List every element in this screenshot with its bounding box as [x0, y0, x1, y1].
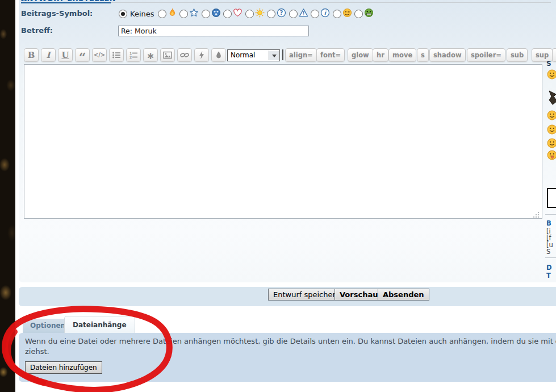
symbol-radio-shocked[interactable]: [202, 10, 210, 18]
droplet-icon: [214, 51, 223, 60]
subject-input[interactable]: [118, 26, 309, 36]
symbol-radio-question[interactable]: [267, 10, 275, 18]
italic-button[interactable]: I: [41, 48, 56, 62]
sidebar-heading-fragment: D: [546, 264, 552, 272]
smirk-smiley-icon: [342, 8, 352, 18]
numbered-list-icon: 12: [129, 51, 138, 60]
submit-button[interactable]: Absenden: [378, 289, 429, 301]
save-draft-button[interactable]: Entwurf speichern: [268, 289, 345, 301]
dark-smiley-icon[interactable]: [547, 90, 556, 107]
svg-text:1: 1: [129, 51, 132, 55]
bold-button[interactable]: B: [24, 48, 39, 62]
post-reply-page: ANTWORT ERSTELLEN Beitrags-Symbol: Keine…: [0, 0, 556, 392]
attachments-description-line1: Wenn du eine Datei oder mehrere Dateien …: [25, 337, 556, 345]
tab-attachments[interactable]: Dateianhänge: [64, 316, 135, 333]
font-button[interactable]: font=: [316, 48, 345, 62]
font-size-select-value: Normal: [231, 51, 255, 59]
smiley-icon[interactable]: [547, 69, 556, 81]
green-grin-icon: [364, 8, 374, 18]
glow-button[interactable]: glow: [348, 48, 373, 62]
smiley-icon[interactable]: [547, 124, 556, 136]
image-icon: [163, 51, 172, 60]
smiley-icon[interactable]: [547, 138, 556, 150]
bullet-list-button[interactable]: [109, 48, 124, 62]
resize-handle[interactable]: [533, 211, 540, 218]
bbcode-status-line: B: [546, 219, 551, 227]
chevron-down-icon: [269, 51, 279, 60]
symbol-radio-star[interactable]: [179, 10, 188, 18]
symbol-radio-green-grin[interactable]: [354, 10, 363, 18]
question-icon: ?: [277, 8, 286, 18]
quote-button[interactable]: “: [75, 48, 90, 62]
list-item-button[interactable]: ∗: [143, 48, 158, 62]
toolbar-separator: [282, 49, 283, 60]
sub-button[interactable]: sub: [507, 48, 528, 62]
font-size-select[interactable]: Normal: [227, 49, 280, 61]
clipped-toolbar-button[interactable]: t: [552, 48, 556, 62]
heart-icon: [233, 8, 243, 18]
svg-text:!: !: [302, 11, 304, 16]
smilies-box[interactable]: [547, 188, 556, 208]
star-icon: [189, 8, 199, 18]
hr-button[interactable]: hr: [373, 48, 388, 62]
svg-text:2: 2: [129, 55, 132, 59]
symbol-radio-info[interactable]: [311, 10, 319, 18]
sidebar-divider: [545, 257, 556, 258]
sidebar-divider: [545, 214, 556, 215]
add-files-button[interactable]: Dateien hinzufügen: [25, 361, 102, 374]
lightbulb-icon: [255, 8, 265, 18]
spoiler-button[interactable]: spoiler=: [467, 48, 505, 62]
link-icon: [180, 51, 189, 60]
subject-label: Betreff:: [21, 26, 53, 35]
message-textarea[interactable]: [24, 64, 542, 219]
smiley-icon[interactable]: [547, 110, 556, 122]
symbol-radio-heart[interactable]: [223, 10, 232, 18]
warning-icon: !: [299, 8, 308, 18]
flash-button[interactable]: [194, 48, 209, 62]
svg-text:?: ?: [280, 10, 283, 16]
sidebar-heading-fragment: T: [546, 272, 551, 280]
attachments-panel: Wenn du eine Datei oder mehrere Dateien …: [19, 333, 556, 382]
symbol-radio-none[interactable]: [119, 10, 127, 18]
symbol-radio-fire[interactable]: [158, 10, 166, 18]
info-icon: i: [320, 8, 330, 18]
attachments-description-line2: ziehst.: [25, 347, 49, 356]
tongue-smiley-icon[interactable]: [547, 150, 556, 162]
smilies-header: S: [546, 60, 551, 68]
fire-icon: [168, 8, 177, 18]
lightning-icon: [197, 51, 206, 60]
underline-button[interactable]: U: [58, 48, 73, 62]
link-button[interactable]: [177, 48, 192, 62]
background-photo-strip: [0, 0, 15, 392]
code-button[interactable]: </>: [92, 48, 107, 62]
move-button[interactable]: move: [388, 48, 416, 62]
bullet-list-icon: [112, 51, 121, 60]
shocked-face-icon: [211, 8, 221, 18]
bbcode-status-line: S: [546, 248, 550, 256]
strike-button[interactable]: s: [417, 48, 429, 62]
symbol-label: Beitrags-Symbol:: [21, 9, 93, 18]
page-title: ANTWORT ERSTELLEN: [21, 0, 116, 3]
align-button[interactable]: align=: [285, 48, 317, 62]
symbol-radio-warning[interactable]: [289, 10, 298, 18]
symbol-radio-lightbulb[interactable]: [245, 10, 254, 18]
symbol-radio-smirk[interactable]: [333, 10, 341, 18]
numbered-list-button[interactable]: 12: [126, 48, 141, 62]
preview-button[interactable]: Vorschau: [335, 289, 383, 301]
shadow-button[interactable]: shadow: [429, 48, 466, 62]
image-button[interactable]: [160, 48, 175, 62]
symbol-none-label: Keines: [130, 10, 154, 18]
color-button[interactable]: [211, 48, 226, 62]
